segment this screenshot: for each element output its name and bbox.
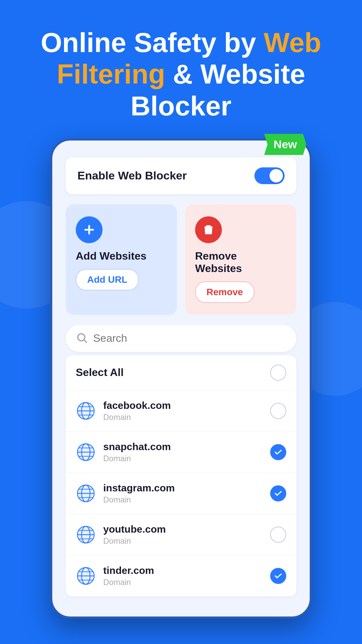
site-checkbox[interactable]: [270, 527, 286, 543]
site-info: youtube.com Domain: [103, 524, 270, 546]
globe-icon: [76, 566, 96, 586]
header: Online Safety by Web Filtering & Website…: [0, 0, 362, 139]
search-bar[interactable]: [66, 325, 296, 352]
site-info: instagram.com Domain: [103, 482, 270, 504]
site-checkbox[interactable]: [270, 444, 286, 460]
site-type: Domain: [103, 454, 270, 463]
site-info: tinder.com Domain: [103, 565, 270, 587]
website-items: facebook.com Domain snapchat.com Domain …: [66, 390, 296, 596]
list-item[interactable]: facebook.com Domain: [66, 390, 296, 432]
website-list: Select All facebook.com Domain snapchat.…: [66, 355, 296, 596]
new-badge: New: [264, 134, 306, 155]
trash-icon: [202, 223, 215, 236]
svg-line-1: [84, 340, 87, 343]
site-domain: snapchat.com: [103, 441, 270, 452]
site-type: Domain: [103, 413, 270, 422]
select-all-row[interactable]: Select All: [66, 355, 296, 390]
site-checkbox[interactable]: [270, 403, 286, 419]
add-websites-title: Add Websites: [76, 250, 167, 262]
main-headline: Online Safety by Web Filtering & Website…: [20, 27, 342, 122]
search-input[interactable]: [93, 332, 286, 344]
globe-icon: [76, 401, 96, 421]
plus-icon: [82, 223, 96, 236]
enable-label: Enable Web Blocker: [77, 169, 187, 182]
site-domain: facebook.com: [103, 400, 270, 411]
enable-web-blocker-row: Enable Web Blocker: [66, 157, 296, 194]
remove-icon-circle: [195, 216, 222, 243]
remove-websites-title: Remove Websites: [195, 250, 286, 275]
site-checkbox[interactable]: [270, 568, 286, 584]
site-domain: instagram.com: [103, 482, 270, 494]
site-domain: tinder.com: [103, 565, 270, 576]
add-icon-circle: [76, 216, 103, 243]
site-checkbox[interactable]: [270, 485, 286, 501]
svg-point-0: [78, 334, 85, 341]
headline-highlight-filtering: Filtering: [57, 59, 165, 89]
remove-websites-card: Remove Websites Remove: [185, 204, 296, 315]
add-url-button[interactable]: Add URL: [76, 269, 139, 290]
phone-mockup: New Enable Web Blocker Add Websites Add …: [50, 139, 312, 619]
select-all-checkbox[interactable]: [270, 365, 286, 381]
site-domain: youtube.com: [103, 524, 270, 535]
globe-icon: [76, 483, 96, 503]
site-info: facebook.com Domain: [103, 400, 270, 422]
site-type: Domain: [103, 536, 270, 546]
add-websites-card: Add Websites Add URL: [66, 204, 177, 315]
globe-icon: [76, 442, 96, 462]
list-item[interactable]: youtube.com Domain: [66, 514, 296, 555]
globe-icon: [76, 525, 96, 545]
list-item[interactable]: snapchat.com Domain: [66, 432, 296, 473]
site-info: snapchat.com Domain: [103, 441, 270, 463]
list-item[interactable]: instagram.com Domain: [66, 473, 296, 514]
search-icon: [76, 332, 88, 345]
select-all-label: Select All: [76, 366, 124, 379]
remove-button[interactable]: Remove: [195, 281, 254, 303]
enable-toggle[interactable]: [254, 167, 285, 184]
action-cards: Add Websites Add URL Remove Websites Rem…: [66, 204, 296, 315]
site-type: Domain: [103, 495, 270, 504]
site-type: Domain: [103, 578, 270, 587]
headline-highlight-web: Web: [264, 27, 321, 58]
list-item[interactable]: tinder.com Domain: [66, 555, 296, 596]
